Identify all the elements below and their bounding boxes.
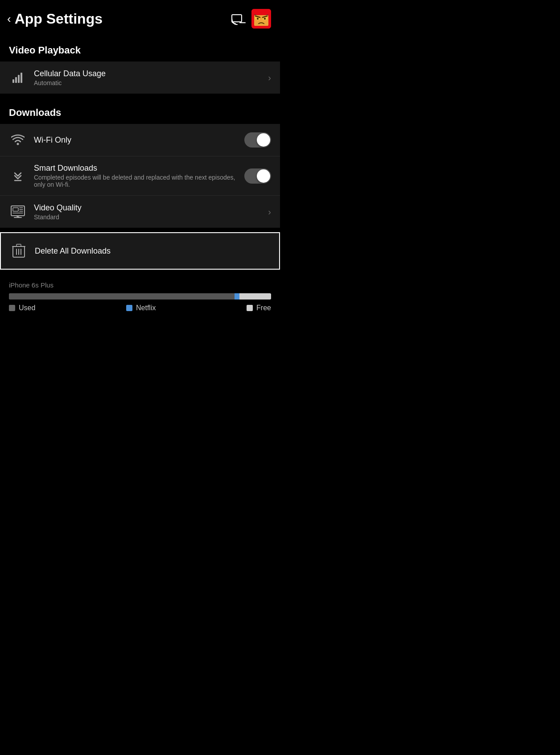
storage-bar-free [239, 293, 271, 300]
wifi-only-toggle-container[interactable] [244, 132, 271, 148]
storage-bar-netflix [235, 293, 240, 300]
storage-section: iPhone 6s Plus Used Netflix Free [0, 274, 280, 317]
storage-legend: Used Netflix Free [9, 304, 271, 312]
chevron-right-icon: › [268, 73, 271, 83]
video-playback-section-header: Video Playback [0, 36, 280, 62]
section-separator-1 [0, 94, 280, 98]
video-quality-icon [9, 203, 27, 221]
section-separator-2 [0, 228, 280, 232]
wifi-only-row[interactable]: Wi-Fi Only [0, 124, 280, 156]
avatar[interactable] [251, 9, 271, 29]
video-quality-chevron: › [268, 207, 271, 217]
video-quality-content: Video Quality Standard [34, 203, 268, 221]
smart-download-icon [9, 167, 27, 185]
back-button[interactable]: ‹ [7, 12, 11, 26]
storage-bar-used [9, 293, 235, 300]
video-quality-row[interactable]: Video Quality Standard › [0, 196, 280, 228]
svg-point-13 [264, 18, 266, 20]
legend-netflix: Netflix [126, 304, 156, 312]
storage-bar [9, 293, 271, 300]
video-quality-subtitle: Standard [34, 213, 268, 221]
cast-icon[interactable] [231, 11, 246, 26]
app-header: ‹ App Settings [0, 0, 280, 36]
svg-rect-17 [21, 73, 22, 83]
svg-rect-0 [232, 15, 242, 22]
svg-rect-21 [13, 208, 18, 211]
smart-downloads-row[interactable]: Smart Downloads Completed episodes will … [0, 156, 280, 196]
cellular-data-usage-subtitle: Automatic [34, 79, 268, 86]
downloads-section-header: Downloads [0, 98, 280, 124]
legend-used: Used [9, 304, 35, 312]
cellular-data-usage-label: Cellular Data Usage [34, 69, 268, 78]
svg-rect-14 [12, 79, 14, 83]
legend-dot-netflix [126, 305, 132, 311]
legend-free: Free [247, 304, 271, 312]
legend-netflix-label: Netflix [136, 304, 156, 312]
legend-dot-free [247, 305, 253, 311]
signal-bars-icon [9, 69, 27, 86]
wifi-only-content: Wi-Fi Only [34, 135, 244, 145]
smart-downloads-toggle[interactable] [244, 168, 271, 184]
smart-downloads-label: Smart Downloads [34, 164, 244, 173]
svg-rect-30 [16, 244, 21, 246]
svg-rect-16 [18, 75, 20, 83]
page-title: App Settings [15, 11, 231, 27]
cellular-data-usage-chevron: › [268, 73, 271, 83]
chevron-right-icon-quality: › [268, 207, 271, 217]
trash-icon [10, 242, 28, 260]
delete-all-downloads-row[interactable]: Delete All Downloads [0, 232, 280, 270]
legend-dot-used [9, 305, 15, 311]
svg-rect-15 [15, 77, 17, 83]
smart-downloads-subtitle: Completed episodes will be deleted and r… [34, 174, 244, 188]
smart-downloads-content: Smart Downloads Completed episodes will … [34, 164, 244, 188]
svg-point-18 [17, 143, 19, 145]
wifi-only-toggle[interactable] [244, 132, 271, 148]
video-quality-label: Video Quality [34, 203, 268, 213]
toggle-knob [257, 133, 270, 147]
cellular-data-usage-content: Cellular Data Usage Automatic [34, 69, 268, 86]
svg-point-12 [257, 18, 259, 20]
cellular-data-usage-row[interactable]: Cellular Data Usage Automatic › [0, 62, 280, 94]
legend-free-label: Free [256, 304, 271, 312]
delete-all-downloads-content: Delete All Downloads [35, 246, 270, 256]
video-playback-title: Video Playback [9, 45, 81, 56]
toggle-knob-smart [257, 169, 270, 183]
delete-all-downloads-label: Delete All Downloads [35, 246, 270, 256]
legend-used-label: Used [19, 304, 35, 312]
downloads-title: Downloads [9, 107, 61, 118]
video-playback-group: Cellular Data Usage Automatic › [0, 62, 280, 94]
section-separator-3 [0, 270, 280, 274]
downloads-group: Wi-Fi Only Smart Downloads Completed epi… [0, 124, 280, 228]
header-icons [231, 9, 271, 29]
wifi-icon [9, 131, 27, 149]
smart-downloads-toggle-container[interactable] [244, 168, 271, 184]
wifi-only-label: Wi-Fi Only [34, 135, 244, 145]
device-label: iPhone 6s Plus [9, 281, 271, 289]
